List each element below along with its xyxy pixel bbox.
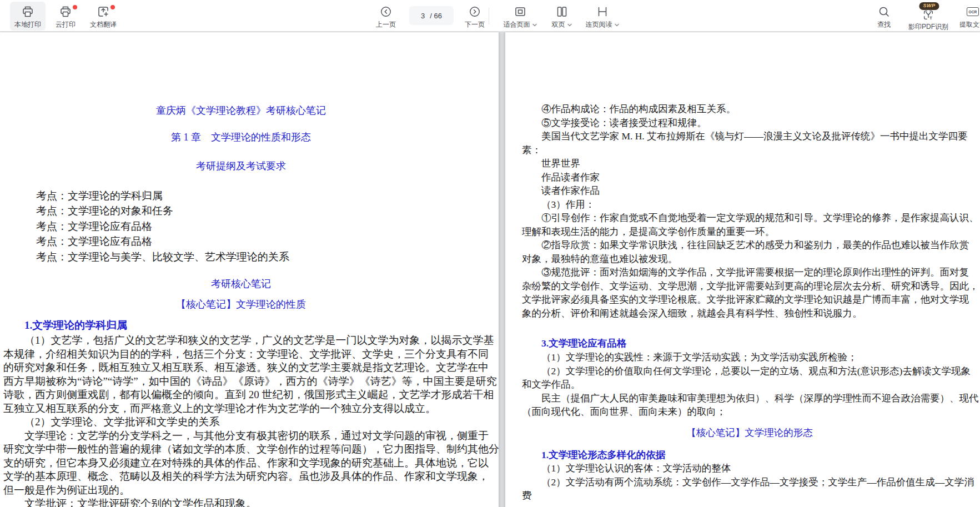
two-page-icon <box>555 4 569 19</box>
doc-text-line: 诗歌，西方则侧重戏剧，都有以偏概全的倾向。直到 20 世纪初，俄国形式主义崛起，… <box>3 388 479 402</box>
doc-heading: 【核心笔记】文学理论的形态 <box>522 426 977 440</box>
cloud-print-button[interactable]: 云打印 <box>48 2 83 31</box>
doc-text-line: 作品读者作家 <box>522 170 977 184</box>
doc-text-line: 象的分析、评价和阐述就越会深入细致，就越会具有科学性、独创性和说服力。 <box>522 307 977 320</box>
doc-subheading: 3.文学理论应有品格 <box>522 337 977 350</box>
toolbar-divider <box>489 8 489 24</box>
prev-page-button[interactable]: 上一页 <box>370 2 401 31</box>
doc-text-line: 考点：文学理论的对象和任务 <box>3 203 479 219</box>
continuous-read-label: 连页阅读 <box>586 20 620 29</box>
doc-text-line: 文学批评：文学批评研究个别的文学作品和现象。 <box>3 497 479 507</box>
next-page-label: 下一页 <box>465 20 485 29</box>
doc-heading: 童庆炳《文学理论教程》考研核心笔记 <box>3 104 479 118</box>
doc-text-line: 但一般是作为例证出现的。 <box>3 484 479 498</box>
doc-text-line: 支的研究，但它本身又必须建立在对特殊的具体的作品、作家和文学现象的研究基础上。具… <box>3 456 479 470</box>
prev-page-label: 上一页 <box>376 20 396 29</box>
doc-text-line: 西方早期被称为“诗论”“诗学”，如中国的《诗品》《原诗》，西方的《诗学》《诗艺》… <box>3 375 479 389</box>
chevron-left-circle-icon <box>380 4 392 19</box>
spacer <box>522 419 977 426</box>
right-page-content: ④作品构成论：作品的构成因素及相互关系。⑤文学接受论：读者接受过程和规律。美国当… <box>522 32 977 503</box>
doc-heading: 【核心笔记】文学理论的性质 <box>3 298 479 312</box>
doc-text-line: 文学批评家必须具备坚实的文学理论根底。文学批评家贮藏的文学理论知识越是广博而丰富… <box>522 293 977 307</box>
spacer <box>3 32 479 104</box>
doc-text-line: （2）文学活动有两个流动系统：文学创作—文学作品—文学接受；文学生产—作品价值生… <box>522 475 977 489</box>
page-number-input[interactable]: 3 / 66 <box>409 6 454 25</box>
total-pages: / 66 <box>430 12 442 20</box>
doc-text-line: 互独立又相互联系的分支，而严格意义上的文学理论才作为文艺学的一个独立分支得以成立… <box>3 402 479 416</box>
two-page-label: 双页 <box>552 20 572 29</box>
cloud-print-label: 云打印 <box>56 20 76 29</box>
spacer <box>3 264 479 277</box>
doc-text-line: 研究文学中带一般性的普遍的规律（诸如文学的本质、文学创作的过程等问题），它力图指… <box>3 443 479 456</box>
chevron-down-icon <box>567 22 572 28</box>
doc-text-line: （3）作用： <box>522 198 977 212</box>
fit-page-icon <box>514 4 527 19</box>
ocr-pdf-icon: T <box>922 9 934 21</box>
local-print-button[interactable]: 本地打印 <box>10 2 46 31</box>
doc-translate-button[interactable]: 文档翻译 <box>86 2 121 31</box>
doc-text-line: 考点：文学理论的学科归属 <box>3 188 479 204</box>
doc-text-line: （1）文艺学，包括广义的文艺学和狭义的文艺学，广义的文艺学是一门以文学为对象，以… <box>3 334 479 348</box>
next-page-button[interactable]: 下一页 <box>459 2 490 31</box>
doc-text-line: ③规范批评：面对浩如烟海的文学作品，文学批评需要根据一定的理论原则作出理性的评判… <box>522 265 977 279</box>
doc-text-line: 杂纷繁的文学创作、文学运动、文学思潮，文学批评需要站到更高的理论层次去分析、研究… <box>522 279 977 293</box>
doc-text-line: 对象，最独特的意蕴也难以被发现。 <box>522 252 977 266</box>
doc-text-line: 世界世界 <box>522 157 977 170</box>
doc-text-line: （1）文学理论的实践性：来源于文学活动实践；为文学活动实践所检验； <box>522 350 977 364</box>
doc-subheading: 1.文学理论形态多样化的依据 <box>522 448 977 462</box>
doc-text-line: （2）文学理论的价值取向任何文学理论，总要以一定的立场、观点和方法(意识形态)去… <box>522 364 977 378</box>
spacer <box>3 173 479 188</box>
doc-text-line: 的研究对象和任务，既相互独立又相互联系、相互渗透。狭义的文艺学主要就是指文艺理论… <box>3 361 479 375</box>
notification-dot <box>73 5 77 9</box>
current-page: 3 <box>421 12 425 20</box>
scanned-pdf-ocr-button[interactable]: SWP T 影印PDF识别 <box>904 2 953 31</box>
doc-text-line: 文学的基本原理、概念、范畴以及相关的科学方法为研究内容。虽也涉及具体的作品、作家… <box>3 470 479 484</box>
two-page-view-button[interactable]: 双页 <box>545 2 579 31</box>
doc-heading: 考研提纲及考试要求 <box>3 159 479 173</box>
doc-text-line: ①引导创作：作家自觉或不自觉地受着一定文学观的规范和引导。文学理论的修养，是作家… <box>522 211 977 225</box>
spacer <box>3 144 479 160</box>
pdf-page-left[interactable]: 童庆炳《文学理论教程》考研核心笔记第 1 章 文学理论的性质和形态考研提纲及考试… <box>0 32 499 507</box>
cloud-printer-icon <box>59 4 72 19</box>
translate-icon <box>97 4 110 19</box>
doc-text-line: 读者作家作品 <box>522 184 977 198</box>
doc-text-line: （面向现代化、面向世界、面向未来）的取向； <box>522 405 977 419</box>
doc-text-line: 考点：文学理论与美学、比较文学、艺术学理论的关系 <box>3 249 479 265</box>
doc-text-line: （2）文学理论、文学批评和文学史的关系 <box>3 415 479 429</box>
fit-page-button[interactable]: 适合页面 <box>499 2 541 31</box>
left-page-content: 童庆炳《文学理论教程》考研核心笔记第 1 章 文学理论的性质和形态考研提纲及考试… <box>3 32 479 507</box>
spacer <box>522 320 977 337</box>
doc-text-line: 和文学作品。 <box>522 378 977 391</box>
printer-icon <box>21 4 34 19</box>
fit-page-label: 适合页面 <box>504 20 537 29</box>
doc-heading: 考研核心笔记 <box>3 277 479 291</box>
search-icon <box>877 4 891 19</box>
doc-translate-label: 文档翻译 <box>90 20 117 29</box>
notification-dot <box>110 5 115 9</box>
doc-heading: 第 1 章 文学理论的性质和形态 <box>3 130 479 144</box>
continuous-read-icon <box>596 4 609 19</box>
continuous-read-button[interactable]: 连页阅读 <box>581 2 624 31</box>
document-viewport[interactable]: 童庆炳《文学理论教程》考研核心笔记第 1 章 文学理论的性质和形态考研提纲及考试… <box>0 32 980 507</box>
spacer <box>3 291 479 298</box>
doc-text-line: 本规律，介绍相关知识为目的的学科，包括三个分支：文学理论、文学批评、文学史，三个… <box>3 348 479 362</box>
spacer <box>3 118 479 131</box>
doc-text-line: 文学理论：文艺学的分支学科之一，与其他分支有极其密切的联系，通过对文学问题的审视… <box>3 429 479 443</box>
doc-text-line: 考点：文学理论应有品格 <box>3 219 479 234</box>
extract-text-button[interactable]: OCR 提取文字 <box>951 2 980 31</box>
scanned-pdf-ocr-label: 影印PDF识别 <box>908 22 948 32</box>
pdf-page-right[interactable]: ④作品构成论：作品的构成因素及相互关系。⑤文学接受论：读者接受过程和规律。美国当… <box>505 32 980 507</box>
doc-text-line: 理解和表现生活的能力，是提高文学创作质量的重要一环。 <box>522 225 977 239</box>
extract-text-label: 提取文字 <box>959 20 980 29</box>
swp-badge: SWP <box>919 2 939 10</box>
chevron-down-icon <box>614 22 620 28</box>
doc-subheading: 1.文学理论的学科归属 <box>3 319 479 333</box>
doc-text-line: 费 <box>522 489 977 503</box>
chevron-down-icon <box>532 22 537 28</box>
spacer <box>3 312 479 319</box>
doc-text-line: ④作品构成论：作品的构成因素及相互关系。 <box>522 102 977 116</box>
doc-text-line: 美国当代文艺学家 M. H. 艾布拉姆斯在《镜与灯——浪漫主义文论及批评传统》一… <box>522 129 977 143</box>
local-print-label: 本地打印 <box>14 20 41 29</box>
find-button[interactable]: 查找 <box>868 2 899 31</box>
doc-text-line: ⑤文学接受论：读者接受过程和规律。 <box>522 116 977 130</box>
